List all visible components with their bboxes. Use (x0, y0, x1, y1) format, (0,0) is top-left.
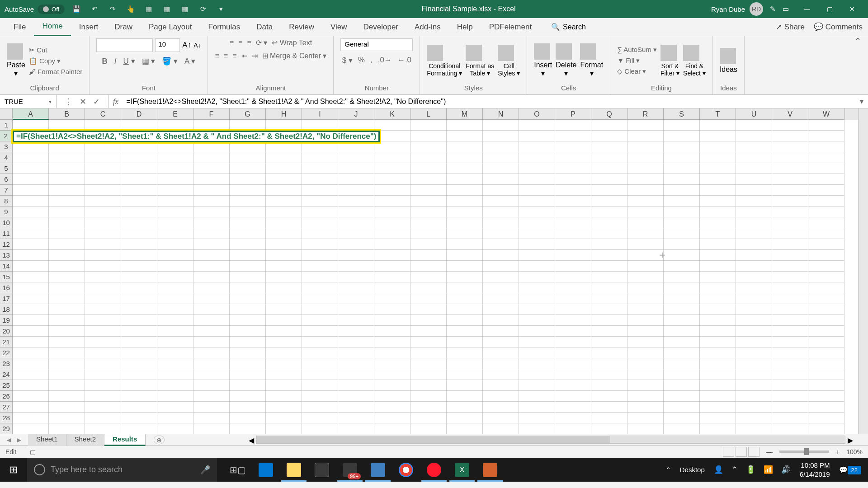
cell[interactable] (700, 358, 736, 369)
cell[interactable] (193, 391, 230, 402)
cell[interactable] (772, 326, 808, 337)
cell[interactable] (483, 347, 519, 358)
cell[interactable] (519, 163, 555, 174)
cell[interactable] (13, 369, 49, 380)
cell[interactable] (193, 337, 230, 347)
cell[interactable] (808, 185, 844, 196)
cell[interactable] (121, 282, 157, 293)
cell[interactable] (447, 347, 483, 358)
cell[interactable] (338, 304, 374, 315)
cell[interactable] (627, 358, 664, 369)
cell[interactable] (519, 174, 555, 185)
cell[interactable] (374, 326, 410, 337)
page-layout-view-button[interactable] (736, 447, 747, 457)
cell[interactable] (338, 337, 374, 347)
cell[interactable] (519, 152, 555, 163)
cell[interactable] (483, 163, 519, 174)
cell[interactable] (447, 239, 483, 250)
cell[interactable] (664, 358, 700, 369)
tray-overflow-icon[interactable]: ⌃ (666, 466, 671, 473)
cell[interactable] (447, 206, 483, 217)
page-break-view-button[interactable] (748, 447, 760, 457)
cell[interactable] (591, 261, 627, 272)
cell[interactable] (302, 315, 338, 326)
cell[interactable] (374, 261, 410, 272)
cell[interactable] (121, 326, 157, 337)
cell[interactable] (230, 206, 266, 217)
cell[interactable] (302, 141, 338, 152)
cell[interactable] (374, 152, 410, 163)
cell[interactable] (772, 196, 808, 206)
cell[interactable] (772, 174, 808, 185)
cell[interactable] (736, 163, 772, 174)
cell[interactable] (519, 380, 555, 391)
cell[interactable] (302, 369, 338, 380)
cell[interactable] (230, 272, 266, 282)
cell[interactable] (157, 152, 193, 163)
cell[interactable] (193, 402, 230, 413)
cell[interactable] (519, 337, 555, 347)
sheet-nav-next-icon[interactable]: ▶ (17, 436, 21, 443)
cell[interactable] (266, 185, 302, 196)
increase-indent-icon[interactable]: ⇥ (252, 52, 258, 60)
cell[interactable] (700, 304, 736, 315)
cell[interactable] (49, 402, 85, 413)
cell[interactable] (627, 315, 664, 326)
cell[interactable] (374, 174, 410, 185)
col-header-O[interactable]: O (519, 108, 555, 120)
cell[interactable] (374, 206, 410, 217)
cell[interactable] (13, 380, 49, 391)
cell[interactable] (49, 413, 85, 423)
cell[interactable] (627, 196, 664, 206)
cell[interactable] (664, 304, 700, 315)
cell[interactable] (157, 206, 193, 217)
cell[interactable] (266, 206, 302, 217)
cell[interactable] (591, 250, 627, 261)
cell[interactable] (49, 185, 85, 196)
cell[interactable] (13, 272, 49, 282)
cell[interactable] (374, 369, 410, 380)
cell-styles-button[interactable]: CellStyles ▾ (498, 45, 520, 77)
copy-button[interactable]: 📋 Copy ▾ (29, 57, 82, 65)
cell[interactable] (519, 196, 555, 206)
cell[interactable] (157, 337, 193, 347)
cell[interactable] (266, 326, 302, 337)
cell[interactable] (410, 261, 447, 272)
cell[interactable] (13, 141, 49, 152)
cell[interactable] (591, 402, 627, 413)
cell[interactable] (157, 217, 193, 228)
touch-icon[interactable]: 👆 (126, 4, 136, 14)
cell[interactable] (555, 304, 591, 315)
cell[interactable] (664, 337, 700, 347)
cell[interactable] (266, 315, 302, 326)
cell[interactable] (808, 304, 844, 315)
cell[interactable] (591, 131, 627, 141)
cell[interactable] (49, 326, 85, 337)
cell[interactable] (808, 423, 844, 434)
cell[interactable] (808, 163, 844, 174)
cell[interactable] (85, 391, 121, 402)
cell[interactable] (627, 217, 664, 228)
cell[interactable] (13, 391, 49, 402)
row-header-15[interactable]: 15 (0, 272, 13, 282)
cell[interactable] (555, 369, 591, 380)
cell[interactable] (85, 185, 121, 196)
cell[interactable] (13, 326, 49, 337)
cell[interactable] (736, 413, 772, 423)
cell[interactable] (230, 337, 266, 347)
cell[interactable] (808, 293, 844, 304)
task-view-button[interactable]: ⊞▢ (224, 458, 252, 482)
cell[interactable] (447, 261, 483, 272)
cell[interactable] (736, 315, 772, 326)
taskbar-app1[interactable] (364, 458, 392, 482)
cell[interactable] (230, 174, 266, 185)
cell[interactable] (121, 413, 157, 423)
fill-button[interactable]: ▼ Fill ▾ (617, 56, 657, 65)
cell[interactable] (49, 369, 85, 380)
cell[interactable] (338, 413, 374, 423)
cell[interactable] (338, 369, 374, 380)
cell[interactable] (627, 369, 664, 380)
cell[interactable] (555, 261, 591, 272)
row-header-25[interactable]: 25 (0, 380, 13, 391)
cell[interactable] (338, 391, 374, 402)
